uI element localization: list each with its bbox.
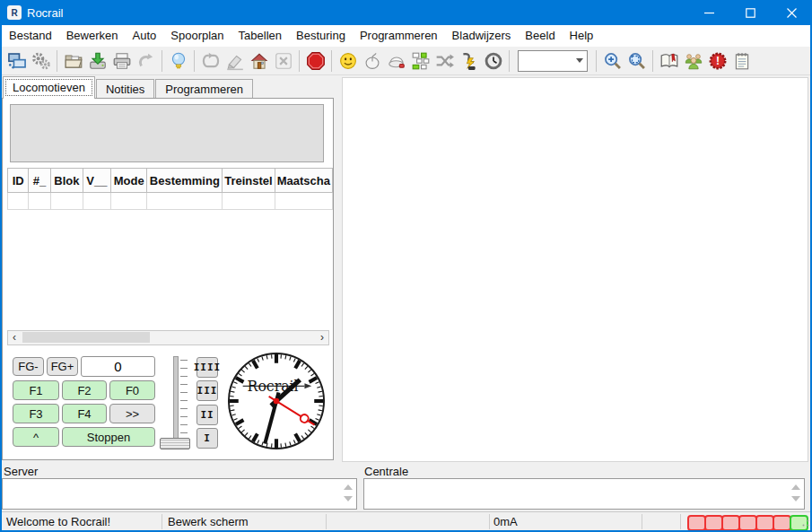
workspace-button[interactable] [4,48,29,73]
layout-canvas[interactable] [342,77,808,462]
col-header-treinstel[interactable]: Treinstel [223,169,275,193]
scroll-down-icon[interactable] [344,496,353,501]
modules-button[interactable] [408,48,432,73]
f3-button[interactable]: F3 [13,404,59,423]
table-cell[interactable] [275,193,332,210]
power-lamp-button[interactable] [166,48,190,73]
scroll-left-icon[interactable]: ‹ [8,332,21,344]
menu-besturing[interactable]: Besturing [289,25,353,47]
server-log-scroll[interactable] [342,484,354,501]
print-button[interactable] [109,48,134,73]
table-cell[interactable] [50,193,83,210]
step3-button[interactable]: III [196,380,218,401]
menu-bladwijzers[interactable]: Bladwijzers [445,25,519,47]
col-header-id[interactable]: ID [8,169,29,193]
step4-button[interactable]: IIII [196,357,218,378]
table-cell[interactable] [8,193,29,210]
cap-icon [387,51,406,71]
toolbar-separator [57,50,57,72]
clock-toolbar-button[interactable] [481,48,505,73]
help-book-button[interactable] [657,48,681,73]
tab-notities[interactable]: Notities [96,79,154,99]
table-hscrollbar[interactable]: ‹ › [7,330,329,345]
table-cell[interactable] [223,193,275,210]
menu-help[interactable]: Help [563,25,601,47]
f0-button[interactable]: F0 [109,380,155,400]
step2-button[interactable]: II [196,405,218,425]
power-cable-icon [459,51,479,71]
f2-button[interactable]: F2 [62,380,107,400]
menu-bewerken[interactable]: Bewerken [59,25,126,47]
emergency-stop-button[interactable] [303,48,327,73]
col-header-mode[interactable]: Mode [110,169,147,193]
tab-programmeren[interactable]: Programmeren [155,79,253,99]
f1-button[interactable]: F1 [13,380,59,400]
power-connection-button[interactable] [457,48,481,73]
menu-programmeren[interactable]: Programmeren [353,25,445,47]
tab-locomotieven[interactable]: Locomotieven [3,76,95,99]
centrale-log-scroll[interactable] [790,484,802,501]
alert-button[interactable]: ! [705,48,729,73]
table-cell[interactable] [83,193,110,210]
table-cell[interactable] [147,193,223,210]
step1-button[interactable]: I [196,428,218,449]
server-log[interactable] [2,478,357,510]
centrale-log[interactable] [363,478,805,510]
scroll-right-icon[interactable]: › [316,332,328,344]
statusbar-divider [489,514,490,529]
reset-button[interactable] [223,48,247,73]
col-header-number[interactable]: #_ [29,169,50,193]
fg-plus-button[interactable]: FG+ [47,357,78,376]
routes-button[interactable] [432,48,457,73]
speed-slider-handle[interactable] [160,438,190,449]
scrollbar-thumb[interactable] [22,332,150,343]
speed-input[interactable] [81,356,155,377]
home-button[interactable] [247,48,271,73]
status-indicator [755,515,774,531]
minimize-button[interactable] [688,0,729,25]
menu-spoorplan[interactable]: Spoorplan [163,25,231,47]
f4-button[interactable]: F4 [62,404,107,423]
menu-beeld[interactable]: Beeld [518,25,562,47]
loco-combobox[interactable] [518,50,588,72]
mouse-button[interactable] [360,48,384,73]
speed-slider[interactable] [173,356,179,441]
menu-bar: Bestand Bewerken Auto Spoorplan Tabellen… [2,25,810,48]
direction-button[interactable]: ^ [13,427,59,447]
save-button[interactable] [85,48,109,73]
table-cell[interactable] [110,193,147,210]
stop-loco-button[interactable]: Stoppen [62,427,155,447]
maximize-button[interactable] [729,0,771,25]
zoom-fit-button[interactable] [624,48,649,73]
zoom-in-button[interactable] [600,48,624,73]
chevron-down-icon [572,58,587,63]
menu-auto[interactable]: Auto [126,25,164,47]
users-button[interactable] [681,48,705,73]
col-header-blok[interactable]: Blok [50,169,83,193]
properties-button[interactable] [29,48,53,73]
auto-mode-button[interactable] [198,48,223,73]
close-button[interactable] [771,0,812,25]
close-tab-button[interactable] [271,48,295,73]
more-functions-button[interactable]: >> [109,404,155,423]
table-cell[interactable] [29,193,50,210]
book-icon [659,51,679,71]
col-header-bestemming[interactable]: Bestemming [147,169,223,193]
resize-grip[interactable] [802,519,809,527]
gears-icon [31,51,51,71]
scroll-up-icon[interactable] [791,484,800,490]
simulation-button[interactable] [336,48,360,73]
undo-button[interactable] [134,48,158,73]
notes-button[interactable] [729,48,754,73]
cap-button[interactable] [384,48,408,73]
fg-minus-button[interactable]: FG- [13,357,44,376]
blocks-icon [411,51,431,71]
scroll-down-icon[interactable] [791,496,800,501]
col-header-v[interactable]: V__ [83,169,110,193]
open-button[interactable] [61,48,85,73]
zoom-in-icon [603,51,623,71]
menu-tabellen[interactable]: Tabellen [231,25,289,47]
scroll-up-icon[interactable] [344,484,353,490]
col-header-maatschappij[interactable]: Maatscha [275,169,332,193]
menu-bestand[interactable]: Bestand [2,25,59,47]
